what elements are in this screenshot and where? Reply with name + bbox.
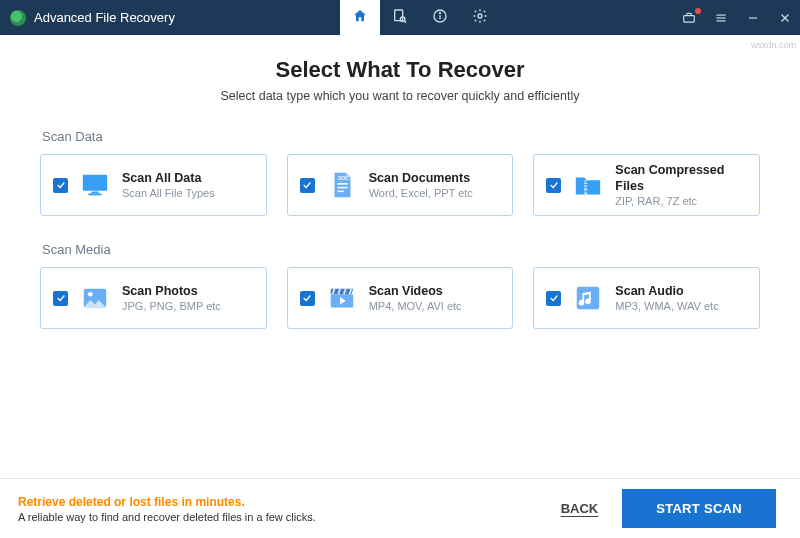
zip-folder-icon (573, 170, 603, 200)
footer-promo: Retrieve deleted or lost files in minute… (18, 495, 316, 523)
back-button[interactable]: BACK (561, 501, 599, 516)
promo-title: Retrieve deleted or lost files in minute… (18, 495, 316, 509)
page-heading: Select What To Recover Select data type … (40, 57, 760, 103)
titlebar: Advanced File Recovery (0, 0, 800, 35)
card-scan-documents[interactable]: DOC Scan Documents Word, Excel, PPT etc (287, 154, 514, 216)
section-scan-media-label: Scan Media (42, 242, 760, 257)
tab-deep-scan[interactable] (380, 0, 420, 35)
video-clapper-icon (327, 283, 357, 313)
tab-home[interactable] (340, 0, 380, 35)
menu-icon[interactable] (712, 9, 730, 27)
search-doc-icon (392, 8, 408, 28)
card-subtitle: Word, Excel, PPT etc (369, 186, 473, 200)
card-title: Scan Photos (122, 283, 221, 299)
svg-rect-7 (684, 15, 695, 21)
card-subtitle: MP4, MOV, AVI etc (369, 299, 462, 313)
app-title: Advanced File Recovery (34, 10, 175, 25)
svg-point-6 (478, 14, 482, 18)
close-icon[interactable] (776, 9, 794, 27)
card-title: Scan Compressed Files (615, 162, 747, 195)
svg-rect-14 (83, 175, 107, 191)
audio-note-icon (573, 283, 603, 313)
svg-point-25 (585, 190, 587, 192)
svg-rect-22 (585, 181, 588, 182)
svg-rect-23 (585, 184, 588, 185)
svg-line-2 (404, 21, 406, 23)
svg-rect-17 (337, 183, 347, 185)
monitor-icon (80, 170, 110, 200)
svg-rect-15 (91, 192, 99, 194)
toolbox-icon[interactable] (680, 9, 698, 27)
home-icon (352, 8, 368, 28)
app-logo-icon (10, 10, 26, 26)
card-title: Scan Audio (615, 283, 718, 299)
page-title: Select What To Recover (40, 57, 760, 83)
start-scan-button[interactable]: START SCAN (622, 489, 776, 528)
footer: Retrieve deleted or lost files in minute… (0, 478, 800, 538)
svg-rect-0 (395, 10, 403, 21)
svg-point-27 (88, 292, 93, 297)
card-title: Scan Documents (369, 170, 473, 186)
svg-rect-19 (337, 191, 344, 193)
card-scan-videos[interactable]: Scan Videos MP4, MOV, AVI etc (287, 267, 514, 329)
main-content: Select What To Recover Select data type … (0, 35, 800, 329)
card-scan-photos[interactable]: Scan Photos JPG, PNG, BMP etc (40, 267, 267, 329)
photo-icon (80, 283, 110, 313)
checkbox-all-data[interactable] (53, 178, 68, 193)
gear-icon (472, 8, 488, 28)
card-title: Scan Videos (369, 283, 462, 299)
nav-tabs (340, 0, 500, 35)
document-icon: DOC (327, 170, 357, 200)
window-controls (680, 0, 794, 35)
card-subtitle: JPG, PNG, BMP etc (122, 299, 221, 313)
svg-rect-24 (585, 187, 588, 188)
card-subtitle: Scan All File Types (122, 186, 215, 200)
checkbox-photos[interactable] (53, 291, 68, 306)
svg-point-5 (439, 12, 440, 13)
row-scan-media: Scan Photos JPG, PNG, BMP etc Scan Video… (40, 267, 760, 329)
promo-subtitle: A reliable way to find and recover delet… (18, 511, 316, 523)
checkbox-audio[interactable] (546, 291, 561, 306)
tab-info[interactable] (420, 0, 460, 35)
card-scan-compressed[interactable]: Scan Compressed Files ZIP, RAR, 7Z etc (533, 154, 760, 216)
svg-rect-16 (88, 193, 101, 195)
card-subtitle: ZIP, RAR, 7Z etc (615, 194, 747, 208)
card-scan-all-data[interactable]: Scan All Data Scan All File Types (40, 154, 267, 216)
section-scan-data-label: Scan Data (42, 129, 760, 144)
checkbox-documents[interactable] (300, 178, 315, 193)
footer-actions: BACK START SCAN (561, 489, 776, 528)
watermark: wsxdn.com (751, 40, 796, 50)
checkbox-compressed[interactable] (546, 178, 561, 193)
tab-settings[interactable] (460, 0, 500, 35)
card-subtitle: MP3, WMA, WAV etc (615, 299, 718, 313)
page-subtitle: Select data type which you want to recov… (40, 89, 760, 103)
row-scan-data: Scan All Data Scan All File Types DOC Sc… (40, 154, 760, 216)
svg-rect-18 (337, 187, 347, 189)
info-icon (432, 8, 448, 28)
card-title: Scan All Data (122, 170, 215, 186)
svg-text:DOC: DOC (338, 176, 349, 181)
minimize-icon[interactable] (744, 9, 762, 27)
svg-rect-30 (577, 287, 600, 310)
card-scan-audio[interactable]: Scan Audio MP3, WMA, WAV etc (533, 267, 760, 329)
checkbox-videos[interactable] (300, 291, 315, 306)
